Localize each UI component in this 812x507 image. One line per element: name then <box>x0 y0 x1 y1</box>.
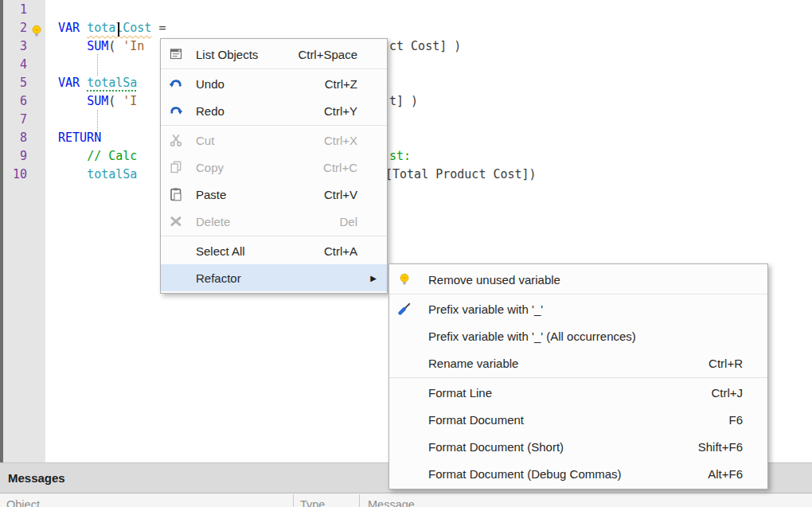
menu-item-label: Delete <box>196 215 339 228</box>
delete-icon <box>168 214 184 228</box>
menu-item-shortcut: Alt+F6 <box>708 467 743 481</box>
menu-item-shortcut: Ctrl+J <box>711 386 743 400</box>
line-number: 4 <box>3 57 27 76</box>
menu-item-label: Prefix variable with '_' (All occurrence… <box>428 330 767 343</box>
menu-item-rename-variable[interactable]: Rename variableCtrl+R <box>389 349 767 376</box>
menu-item-cut[interactable]: CutCtrl+X <box>161 127 387 154</box>
line-number: 7 <box>3 112 27 131</box>
menu-item-prefix-variable-with-all-occurrences[interactable]: Prefix variable with '_' (All occurrence… <box>389 322 767 349</box>
menu-item-label: Remove unused variable <box>428 273 767 287</box>
menu-item-format-document[interactable]: Format DocumentF6 <box>389 406 767 433</box>
menu-item-shortcut: Ctrl+V <box>324 188 357 201</box>
messages-panel-title: Messages <box>8 471 65 485</box>
text-caret <box>118 22 119 37</box>
column-separator[interactable] <box>293 494 294 507</box>
menu-separator <box>161 125 387 126</box>
screwdriver-icon <box>396 302 412 316</box>
menu-item-prefix-variable-with[interactable]: Prefix variable with '_' <box>389 295 767 322</box>
line-number-gutter: 12345678910 <box>3 0 45 462</box>
line-number: 3 <box>3 39 27 57</box>
menu-item-redo[interactable]: RedoCtrl+Y <box>161 97 387 124</box>
code-line[interactable]: VAR totalCost = <box>58 21 166 39</box>
line-number: 8 <box>3 131 27 149</box>
menu-item-shortcut: Ctrl+Space <box>298 48 357 61</box>
menu-item-label: Cut <box>196 134 324 147</box>
menu-item-label: Prefix variable with '_' <box>428 302 767 316</box>
menu-item-format-document-debug-commas[interactable]: Format Document (Debug Commas)Alt+F6 <box>389 460 767 487</box>
menu-item-shortcut: Del <box>339 215 357 228</box>
line-number: 2 <box>3 21 27 39</box>
menu-item-shortcut: Ctrl+Y <box>324 104 357 118</box>
lightbulb-icon <box>396 272 412 287</box>
menu-item-label: Paste <box>196 188 324 201</box>
code-line[interactable]: // Calc <box>58 149 137 167</box>
submenu-arrow-icon: ▶ <box>370 274 377 283</box>
menu-item-delete[interactable]: DeleteDel <box>161 208 387 235</box>
menu-item-label: List Objects <box>196 48 298 61</box>
menu-item-remove-unused-variable[interactable]: Remove unused variable <box>389 266 767 293</box>
paste-icon <box>168 187 184 201</box>
column-separator[interactable] <box>359 494 360 507</box>
copy-icon <box>168 160 184 174</box>
code-line[interactable]: SUM( 'In <box>58 39 144 57</box>
menu-separator <box>161 236 387 236</box>
menu-item-select-all[interactable]: Select AllCtrl+A <box>161 237 387 264</box>
menu-item-format-line[interactable]: Format LineCtrl+J <box>389 379 767 406</box>
code-line[interactable]: totalSa <box>58 167 137 185</box>
code-fragment[interactable]: st: <box>389 149 411 167</box>
line-number: 10 <box>3 167 27 185</box>
column-header-object[interactable]: Object <box>6 498 40 507</box>
indent-guide <box>97 54 99 76</box>
menu-item-refactor[interactable]: Refactor▶ <box>161 264 387 291</box>
menu-separator <box>161 68 387 69</box>
menu-item-label: Select All <box>196 244 324 258</box>
line-number: 6 <box>3 94 27 112</box>
redo-icon <box>168 103 184 118</box>
menu-item-label: Rename variable <box>428 357 709 370</box>
menu-item-shortcut: Ctrl+Z <box>325 77 357 91</box>
quick-action-lightbulb-icon[interactable] <box>29 24 44 38</box>
menu-item-label: Copy <box>196 161 323 174</box>
undo-icon <box>168 76 184 91</box>
code-line[interactable]: RETURN <box>58 131 101 149</box>
code-fragment[interactable]: ct Cost] ) <box>389 39 461 57</box>
menu-item-label: Format Document (Debug Commas) <box>428 467 708 481</box>
line-number: 1 <box>3 2 27 21</box>
menu-item-label: Format Line <box>428 386 711 400</box>
menu-item-shortcut: Ctrl+R <box>709 357 743 370</box>
menu-item-label: Redo <box>196 104 324 118</box>
menu-item-label: Format Document <box>428 413 728 427</box>
menu-item-undo[interactable]: UndoCtrl+Z <box>161 70 387 97</box>
menu-item-shortcut: F6 <box>728 413 743 427</box>
code-fragment[interactable]: t] ) <box>389 94 418 112</box>
menu-item-shortcut: Shift+F6 <box>698 440 743 454</box>
menu-item-list-objects[interactable]: List ObjectsCtrl+Space <box>161 41 387 68</box>
indent-guide <box>97 110 99 131</box>
messages-grid-header: ObjectTypeMessage <box>0 493 812 507</box>
code-line[interactable]: VAR totalSa <box>58 76 137 94</box>
refactor-submenu: Remove unused variablePrefix variable wi… <box>388 263 768 489</box>
line-number: 9 <box>3 149 27 167</box>
menu-item-copy[interactable]: CopyCtrl+C <box>161 154 387 181</box>
cut-icon <box>168 133 184 147</box>
column-header-message[interactable]: Message <box>368 498 415 507</box>
menu-item-label: Undo <box>196 77 325 91</box>
menu-separator <box>389 294 767 294</box>
menu-item-label: Format Document (Short) <box>428 440 698 454</box>
menu-item-shortcut: Ctrl+C <box>323 161 357 174</box>
menu-item-paste[interactable]: PasteCtrl+V <box>161 181 387 208</box>
line-number: 5 <box>3 76 27 94</box>
menu-separator <box>389 377 767 378</box>
menu-item-format-document-short[interactable]: Format Document (Short)Shift+F6 <box>389 433 767 460</box>
column-header-type[interactable]: Type <box>300 498 325 507</box>
code-fragment[interactable]: [Total Product Cost]) <box>385 167 537 185</box>
list-objects-icon <box>168 47 184 61</box>
editor-context-menu: List ObjectsCtrl+SpaceUndoCtrl+ZRedoCtrl… <box>160 38 388 294</box>
menu-item-label: Refactor <box>196 271 370 285</box>
menu-item-shortcut: Ctrl+X <box>324 134 357 147</box>
menu-item-shortcut: Ctrl+A <box>324 244 357 258</box>
